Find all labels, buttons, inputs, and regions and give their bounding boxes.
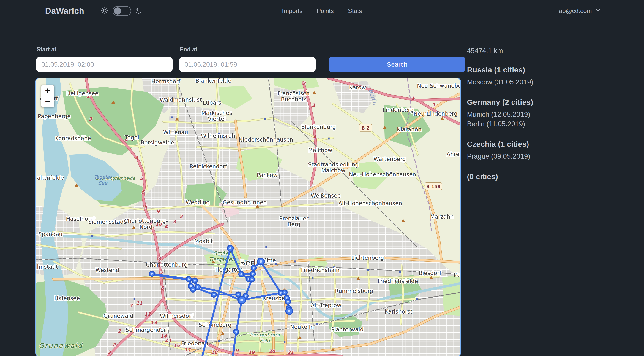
svg-text:2: 2: [112, 342, 116, 348]
svg-text:Neu Schwanebeck: Neu Schwanebeck: [417, 83, 460, 89]
map-canvas[interactable]: B 2B 15833445569102346787111213131414151…: [36, 78, 460, 356]
svg-text:12: 12: [144, 312, 151, 317]
svg-text:Friedrichshain: Friedrichshain: [301, 267, 340, 273]
svg-text:Blankenfelde: Blankenfelde: [196, 78, 231, 84]
track-marker[interactable]: [286, 299, 290, 304]
svg-text:Malchow: Malchow: [308, 147, 332, 153]
svg-text:Siemensstadt: Siemensstadt: [88, 219, 126, 225]
track-marker[interactable]: [282, 290, 287, 295]
svg-text:Wilmersdorf: Wilmersdorf: [160, 313, 194, 319]
country-heading: (0 cities): [467, 172, 638, 181]
end-at-input[interactable]: [179, 57, 316, 72]
svg-text:5: 5: [140, 176, 143, 181]
svg-text:Grunewald: Grunewald: [104, 313, 133, 319]
end-at-field: End at: [179, 46, 316, 72]
svg-text:Wilhelmsruh: Wilhelmsruh: [201, 133, 235, 139]
track-marker[interactable]: [186, 277, 191, 282]
svg-text:18: 18: [211, 350, 218, 355]
svg-text:6: 6: [158, 256, 162, 262]
track-marker[interactable]: [239, 272, 244, 277]
svg-text:Plänterwald: Plänterwald: [331, 326, 364, 333]
svg-text:2: 2: [118, 329, 121, 334]
start-at-label: Start at: [36, 46, 172, 53]
svg-text:15: 15: [173, 343, 180, 348]
total-distance: 45474.1 km: [467, 47, 638, 55]
svg-text:Borsigwalde: Borsigwalde: [140, 139, 174, 146]
svg-text:lmstadt: lmstadt: [37, 264, 58, 270]
stats-sidebar: 45474.1 km Russia (1 cities)Moscow (31.0…: [467, 47, 638, 192]
country-heading: Russia (1 cities): [467, 65, 638, 74]
svg-text:Neu-Lindenberg: Neu-Lindenberg: [414, 111, 458, 117]
moon-icon: [135, 7, 142, 15]
map-zoom-control: + −: [41, 85, 54, 107]
svg-text:Tegel: Tegel: [125, 134, 139, 141]
track-marker[interactable]: [190, 287, 196, 292]
svg-text:4: 4: [164, 224, 168, 230]
nav-item-points[interactable]: Points: [317, 7, 334, 14]
zoom-in-button[interactable]: +: [41, 85, 54, 96]
track-marker[interactable]: [286, 308, 292, 314]
city-entry: Moscow (31.05.2019): [467, 77, 638, 87]
country-group: Germany (2 cities)Munich (12.05.2019)Ber…: [467, 98, 638, 129]
svg-text:Neukölln: Neukölln: [290, 324, 314, 330]
country-heading: Czechia (1 cities): [467, 140, 638, 149]
track-marker[interactable]: [250, 271, 255, 276]
svg-text:Lindenberg: Lindenberg: [383, 107, 414, 113]
svg-text:Rummelsburg: Rummelsburg: [335, 288, 373, 294]
end-at-label: End at: [180, 46, 316, 53]
user-email: ab@cd.com: [559, 7, 592, 14]
svg-text:9: 9: [156, 209, 160, 214]
svg-text:Karlshorst: Karlshorst: [385, 309, 412, 315]
svg-text:4: 4: [135, 155, 138, 161]
svg-text:3: 3: [173, 219, 176, 225]
svg-text:Neu-Hohenschönhausen: Neu-Hohenschönhausen: [349, 171, 416, 178]
user-menu[interactable]: ab@cd.com: [559, 7, 601, 14]
nav-item-stats[interactable]: Stats: [348, 7, 362, 14]
app-logo[interactable]: DaWarIch: [45, 6, 84, 16]
zoom-out-button[interactable]: −: [41, 96, 54, 107]
svg-text:Niederschönhausen: Niederschönhausen: [239, 136, 293, 143]
city-entry: Berlin (11.05.2019): [467, 119, 638, 129]
city-entry: Munich (12.05.2019): [467, 110, 638, 119]
svg-text:4: 4: [313, 134, 316, 140]
track-marker[interactable]: [249, 277, 254, 282]
track-marker[interactable]: [149, 271, 154, 276]
svg-text:3: 3: [89, 117, 92, 122]
svg-text:Lichtenberg: Lichtenberg: [351, 255, 384, 261]
country-heading: Germany (2 cities): [467, 98, 638, 107]
svg-text:20: 20: [268, 349, 276, 354]
svg-text:Kaul: Kaul: [454, 272, 460, 278]
svg-text:7: 7: [130, 303, 133, 308]
start-at-field: Start at: [36, 46, 172, 72]
svg-text:Schöneberg: Schöneberg: [199, 322, 232, 328]
svg-text:Westend: Westend: [96, 267, 119, 273]
svg-text:1: 1: [412, 96, 414, 101]
svg-text:Friedrichsfelde: Friedrichsfelde: [378, 278, 418, 284]
svg-text:Moabit: Moabit: [194, 238, 213, 245]
svg-text:Alt-Hohenschönhausen: Alt-Hohenschönhausen: [338, 200, 402, 207]
theme-toggle-knob: [114, 7, 121, 14]
start-at-input[interactable]: [36, 57, 172, 72]
track-marker[interactable]: [234, 329, 239, 335]
nav-item-imports[interactable]: Imports: [282, 7, 302, 14]
svg-text:Weißensee: Weißensee: [311, 193, 341, 199]
svg-text:6: 6: [144, 204, 148, 209]
svg-text:Blankenburg: Blankenburg: [301, 124, 336, 130]
track-marker[interactable]: [238, 296, 246, 304]
svg-text:3: 3: [312, 103, 316, 108]
theme-toggle[interactable]: [112, 6, 131, 16]
track-marker[interactable]: [251, 265, 256, 270]
search-button[interactable]: Search: [329, 57, 466, 72]
track-marker[interactable]: [211, 292, 216, 297]
svg-text:Grunewald: Grunewald: [38, 342, 83, 350]
svg-text:14: 14: [165, 338, 172, 343]
svg-text:13: 13: [150, 320, 157, 325]
svg-text:Klarahöh: Klarahöh: [397, 126, 422, 133]
track-marker[interactable]: [192, 278, 197, 283]
track-marker[interactable]: [258, 258, 264, 265]
main-nav: Imports Points Stats: [282, 7, 362, 14]
track-marker[interactable]: [227, 245, 233, 251]
svg-text:5: 5: [142, 189, 145, 195]
map-container[interactable]: B 2B 15833445569102346787111213131414151…: [36, 78, 460, 356]
svg-text:Halensee: Halensee: [54, 295, 80, 302]
